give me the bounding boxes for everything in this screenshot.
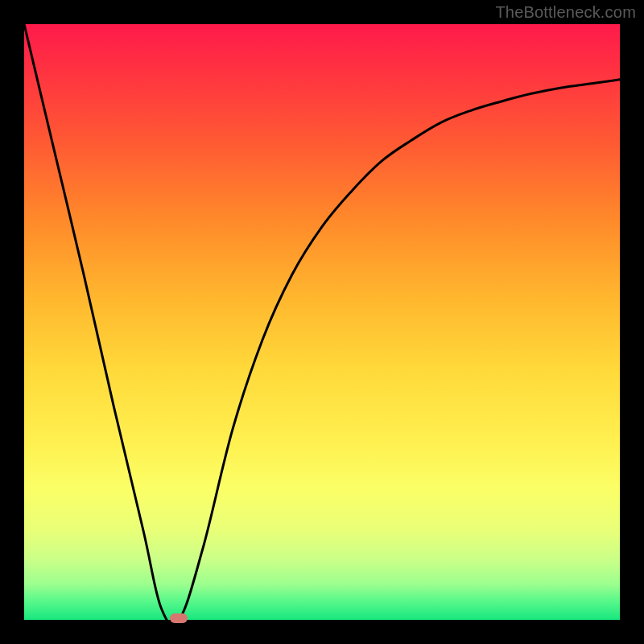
curve-layer	[24, 24, 620, 620]
chart-frame: TheBottleneck.com	[0, 0, 644, 644]
plot-area	[24, 24, 620, 620]
bottleneck-curve	[24, 24, 620, 620]
minimum-marker	[170, 613, 188, 623]
watermark-text: TheBottleneck.com	[495, 3, 636, 22]
